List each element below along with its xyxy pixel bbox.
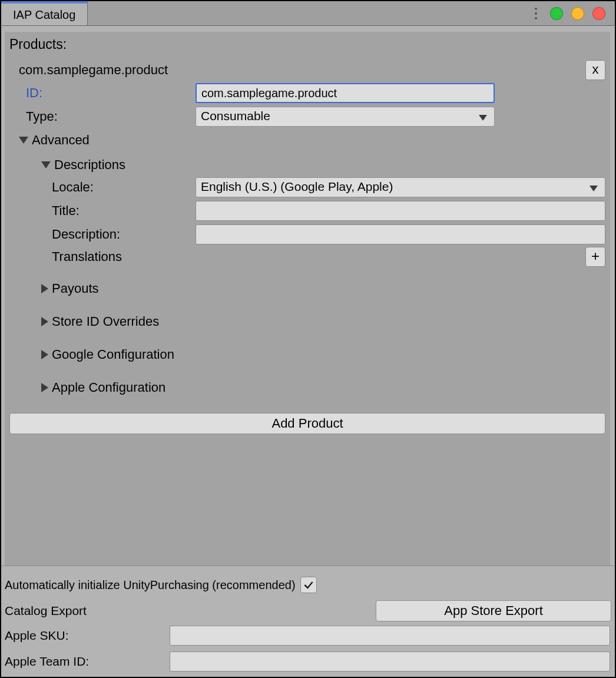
tab-iap-catalog[interactable]: IAP Catalog — [1, 1, 88, 25]
window-minimize-icon[interactable] — [550, 7, 563, 20]
row-locale: Locale: English (U.S.) (Google Play, App… — [8, 176, 607, 199]
auto-init-checkbox[interactable] — [300, 577, 317, 593]
id-input[interactable] — [196, 83, 495, 103]
type-label: Type: — [8, 109, 196, 124]
app-store-export-button[interactable]: App Store Export — [376, 600, 611, 621]
chevron-right-icon — [41, 284, 48, 293]
auto-init-label: Automatically initialize UnityPurchasing… — [5, 578, 296, 592]
apple-team-label: Apple Team ID: — [5, 654, 170, 669]
add-product-button[interactable]: Add Product — [9, 413, 605, 434]
foldout-payouts[interactable]: Payouts — [8, 277, 607, 300]
row-catalog-export: Catalog Export App Store Export — [5, 600, 611, 621]
row-translations: Translations + — [8, 247, 607, 267]
window-close-icon[interactable] — [592, 7, 605, 20]
description-label: Description: — [8, 227, 196, 242]
window-maximize-icon[interactable] — [571, 7, 584, 20]
payouts-label: Payouts — [52, 281, 99, 296]
product-id-header: com.samplegame.product — [19, 62, 168, 78]
title-label: Title: — [8, 203, 196, 219]
descriptions-label: Descriptions — [54, 157, 125, 173]
locale-dropdown[interactable]: English (U.S.) (Google Play, Apple) — [196, 177, 605, 197]
apple-sku-label: Apple SKU: — [5, 629, 170, 643]
title-input[interactable] — [196, 201, 605, 221]
check-icon — [303, 579, 314, 591]
bottom-panel: Automatically initialize UnityPurchasing… — [1, 565, 615, 677]
row-id: ID: — [8, 82, 607, 104]
row-description: Description: — [8, 223, 607, 246]
foldout-apple-config[interactable]: Apple Configuration — [8, 376, 607, 399]
add-translation-button[interactable]: + — [585, 247, 605, 267]
row-apple-sku: Apple SKU: — [5, 625, 611, 646]
description-input[interactable] — [196, 224, 605, 244]
apple-team-input[interactable] — [170, 651, 610, 672]
products-label: Products: — [9, 37, 607, 52]
type-dropdown[interactable]: Consumable — [196, 107, 495, 127]
chevron-down-icon — [41, 161, 51, 168]
row-type: Type: Consumable — [8, 105, 607, 128]
chevron-down-icon — [19, 137, 28, 144]
foldout-advanced[interactable]: Advanced — [8, 129, 607, 151]
tab-label: IAP Catalog — [13, 8, 75, 22]
foldout-google-config[interactable]: Google Configuration — [8, 343, 607, 366]
apple-config-label: Apple Configuration — [52, 380, 165, 395]
catalog-export-label: Catalog Export — [5, 604, 376, 618]
chevron-right-icon — [41, 317, 48, 326]
apple-sku-input[interactable] — [170, 626, 610, 646]
locale-label: Locale: — [8, 180, 196, 195]
content-panel: Products: com.samplegame.product x ID: T… — [5, 32, 610, 565]
titlebar: IAP Catalog — [1, 1, 615, 26]
remove-product-button[interactable]: x — [585, 60, 605, 80]
locale-value: English (U.S.) (Google Play, Apple) — [201, 180, 393, 193]
chevron-right-icon — [41, 350, 48, 359]
translations-label: Translations — [8, 249, 585, 264]
window-controls — [535, 1, 615, 25]
foldout-descriptions[interactable]: Descriptions — [8, 154, 607, 176]
product-header: com.samplegame.product x — [8, 58, 607, 82]
kebab-menu-icon[interactable] — [535, 8, 537, 19]
row-auto-init: Automatically initialize UnityPurchasing… — [5, 574, 611, 596]
type-value: Consumable — [201, 109, 270, 123]
id-label: ID: — [8, 85, 196, 101]
google-config-label: Google Configuration — [52, 347, 174, 362]
advanced-label: Advanced — [32, 133, 90, 148]
foldout-store-overrides[interactable]: Store ID Overrides — [8, 310, 607, 333]
row-title: Title: — [8, 200, 607, 222]
chevron-right-icon — [41, 383, 48, 392]
row-apple-team: Apple Team ID: — [5, 651, 611, 672]
store-overrides-label: Store ID Overrides — [52, 314, 159, 329]
